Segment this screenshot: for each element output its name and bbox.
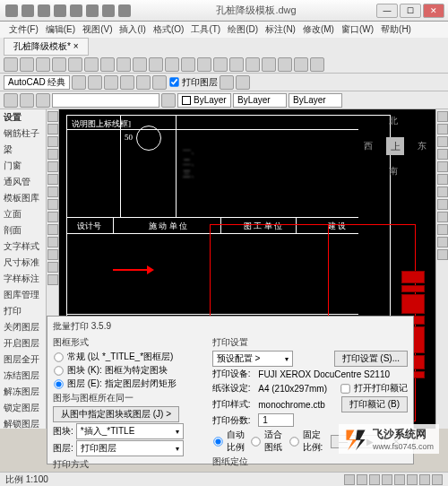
lineweight-select[interactable]: ByLayer	[289, 93, 342, 108]
tool-button[interactable]	[47, 161, 58, 172]
toolbar-button[interactable]	[220, 75, 234, 90]
log-button[interactable]: 打印额记 (B)	[341, 396, 408, 412]
palette-item[interactable]: 立面	[0, 206, 46, 222]
tool-button[interactable]	[47, 249, 58, 260]
tool-button[interactable]	[47, 149, 58, 160]
tool-button[interactable]	[437, 224, 448, 235]
print-layer-checkbox[interactable]: 打印图层	[168, 76, 218, 89]
preset-select[interactable]: 预设配置 >▾	[212, 351, 293, 367]
toolbar-button[interactable]	[294, 57, 308, 72]
tray-button[interactable]	[432, 474, 443, 485]
palette-item[interactable]: 图层全开	[0, 351, 46, 368]
toolbar-button[interactable]	[152, 75, 167, 90]
palette-item[interactable]: 尺寸标准	[0, 255, 46, 271]
toolbar-button[interactable]	[20, 93, 34, 108]
tool-button[interactable]	[47, 212, 58, 222]
tool-button[interactable]	[47, 136, 58, 147]
toolbar-button[interactable]	[120, 75, 134, 90]
menu-modify[interactable]: 修改(M)	[299, 22, 338, 38]
toolbar-button[interactable]	[88, 75, 102, 90]
toolbar-button[interactable]	[181, 57, 195, 72]
palette-item[interactable]: 打印	[0, 303, 46, 319]
tool-button[interactable]	[437, 124, 448, 135]
scale-auto-radio[interactable]: 自动比例	[212, 429, 247, 454]
open-log-checkbox[interactable]: 打开打印额记	[340, 382, 408, 395]
view-cube[interactable]: 北 南 东 西 上	[364, 115, 426, 178]
tool-button[interactable]	[47, 124, 58, 135]
toolbar-button[interactable]	[246, 57, 260, 72]
toolbar-button[interactable]	[72, 75, 86, 90]
tool-button[interactable]	[437, 212, 448, 222]
toolbar-button[interactable]	[4, 93, 18, 108]
toolbar-button[interactable]	[52, 57, 66, 72]
frame-layer-radio[interactable]: 图层 (E): 指定图层封闭矩形	[53, 378, 200, 390]
palette-item[interactable]: 字样标注	[0, 271, 46, 287]
tool-button[interactable]	[47, 274, 58, 285]
block-select[interactable]: *插入_*TITLE▾	[76, 423, 184, 439]
scale-fixed-radio[interactable]: 固定比例:	[289, 429, 325, 454]
print-settings-button[interactable]: 打印设置 (S)...	[334, 351, 408, 367]
copies-input[interactable]: 1	[258, 413, 294, 427]
toolbar-button[interactable]	[149, 57, 163, 72]
menu-edit[interactable]: 编辑(E)	[42, 22, 79, 38]
palette-item[interactable]: 钢筋柱子	[0, 126, 46, 142]
tool-button[interactable]	[47, 174, 58, 185]
menu-tools[interactable]: 工具(T)	[187, 22, 224, 38]
toolbar-button[interactable]	[133, 57, 147, 72]
palette-item[interactable]: 解锁图层	[0, 416, 46, 429]
linetype-select[interactable]: ByLayer	[233, 93, 287, 108]
workspace-select[interactable]: AutoCAD 经典	[4, 75, 70, 90]
toolbar-button[interactable]	[84, 57, 99, 72]
tool-button[interactable]	[47, 262, 58, 273]
toolbar-button[interactable]	[68, 57, 82, 72]
tool-button[interactable]	[437, 174, 448, 185]
tool-button[interactable]	[47, 187, 58, 197]
menu-format[interactable]: 格式(O)	[150, 22, 187, 38]
tool-button[interactable]	[437, 237, 448, 247]
palette-item[interactable]: 关闭图层	[0, 319, 46, 335]
frame-block-radio[interactable]: 图块 (K): 图框为特定图块	[53, 364, 200, 377]
tray-button[interactable]	[382, 474, 392, 485]
palette-item[interactable]: 开启图层	[0, 335, 46, 351]
toolbar-button[interactable]	[136, 75, 151, 90]
menu-dim[interactable]: 标注(N)	[262, 22, 299, 38]
toolbar-button[interactable]	[197, 57, 211, 72]
tray-button[interactable]	[407, 474, 418, 485]
tool-button[interactable]	[47, 199, 58, 210]
tool-button[interactable]	[437, 187, 448, 197]
tool-button[interactable]	[437, 161, 448, 172]
tool-button[interactable]	[437, 136, 448, 147]
menu-view[interactable]: 视图(V)	[79, 22, 116, 38]
tray-button[interactable]	[344, 474, 355, 485]
toolbar-button[interactable]	[236, 75, 250, 90]
palette-item[interactable]: 门窗	[0, 158, 46, 174]
toolbar-button[interactable]	[116, 57, 131, 72]
layer-select[interactable]: 打印图层▾	[76, 440, 184, 456]
scale-fit-radio[interactable]: 适合图纸	[250, 429, 285, 454]
tool-button[interactable]	[437, 199, 448, 210]
tool-button[interactable]	[437, 149, 448, 160]
menu-draw[interactable]: 绘图(D)	[224, 22, 262, 38]
palette-item[interactable]: 剖面	[0, 222, 46, 239]
menu-insert[interactable]: 插入(I)	[116, 22, 149, 38]
tool-button[interactable]	[47, 111, 58, 122]
close-button[interactable]: ✕	[423, 4, 444, 18]
palette-item[interactable]: 解冻图层	[0, 384, 46, 400]
frame-normal-radio[interactable]: 常规 (以 *_TITLE_*图框层)	[53, 351, 200, 363]
maximize-button[interactable]: ☐	[400, 4, 421, 18]
toolbar-button[interactable]	[310, 57, 324, 72]
toolbar-button[interactable]	[36, 57, 50, 72]
toolbar-button[interactable]	[4, 57, 18, 72]
menu-file[interactable]: 文件(F)	[5, 22, 42, 38]
palette-item[interactable]: 模板图库	[0, 190, 46, 206]
toolbar-button[interactable]	[100, 57, 115, 72]
palette-item[interactable]: 通风管	[0, 174, 46, 190]
toolbar-button[interactable]	[262, 57, 276, 72]
layer-select[interactable]	[52, 93, 159, 108]
menu-help[interactable]: 帮助(H)	[377, 22, 415, 38]
palette-item[interactable]: 锁定图层	[0, 400, 46, 416]
tool-button[interactable]	[47, 237, 58, 247]
toolbar-button[interactable]	[104, 75, 118, 90]
palette-item[interactable]: 冻结图层	[0, 368, 46, 384]
tool-button[interactable]	[437, 111, 448, 122]
